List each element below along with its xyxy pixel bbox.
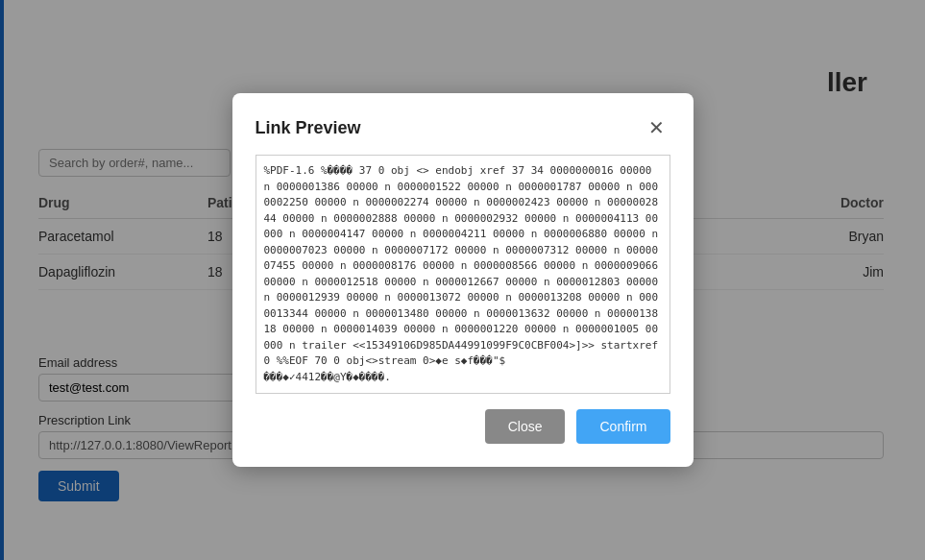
- modal-header: Link Preview ✕: [256, 116, 670, 139]
- modal-title: Link Preview: [256, 118, 361, 138]
- modal-content-preview: %PDF-1.6 %���� 37 0 obj <> endobj xref 3…: [256, 155, 670, 394]
- modal-close-button[interactable]: ✕: [643, 116, 670, 139]
- link-preview-modal: Link Preview ✕ %PDF-1.6 %���� 37 0 obj <…: [232, 93, 694, 467]
- modal-footer: Close Confirm: [256, 409, 670, 444]
- confirm-button[interactable]: Confirm: [576, 409, 669, 444]
- modal-overlay: Link Preview ✕ %PDF-1.6 %���� 37 0 obj <…: [0, 0, 925, 560]
- close-button[interactable]: Close: [485, 409, 566, 444]
